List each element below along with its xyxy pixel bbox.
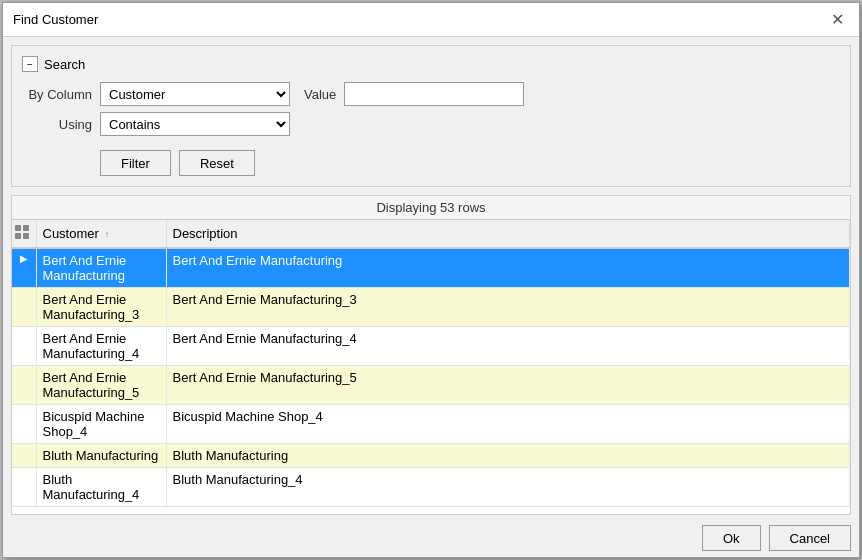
by-column-label: By Column (22, 87, 92, 102)
customer-cell: Bert And Ernie Manufacturing_5 (36, 366, 166, 405)
table-row[interactable]: Bluth ManufacturingBluth Manufacturing (12, 444, 850, 468)
row-arrow-cell (12, 444, 36, 468)
table-row[interactable]: Bert And Ernie Manufacturing_5Bert And E… (12, 366, 850, 405)
row-arrow-cell (12, 405, 36, 444)
dialog-footer: Ok Cancel (3, 519, 859, 557)
row-arrow-cell: ▶ (12, 248, 36, 288)
customer-col-label: Customer (43, 226, 99, 241)
description-cell: Bert And Ernie Manufacturing_4 (166, 327, 850, 366)
col-header-description[interactable]: Description (166, 220, 850, 248)
description-cell: Bert And Ernie Manufacturing (166, 248, 850, 288)
table-row[interactable]: Bert And Ernie Manufacturing_3Bert And E… (12, 288, 850, 327)
table-container[interactable]: Customer ↑ Description ▶Bert And Ernie M… (12, 220, 850, 514)
ok-button[interactable]: Ok (702, 525, 761, 551)
row-arrow-cell (12, 288, 36, 327)
customer-cell: Bert And Ernie Manufacturing_4 (36, 327, 166, 366)
value-input[interactable] (344, 82, 524, 106)
table-row[interactable]: ▶Bert And Ernie ManufacturingBert And Er… (12, 248, 850, 288)
description-cell: Bluth Manufacturing_4 (166, 468, 850, 507)
table-row[interactable]: Bert And Ernie Manufacturing_4Bert And E… (12, 327, 850, 366)
svg-rect-2 (15, 233, 21, 239)
search-fields: By Column Customer Description ID Value … (22, 82, 840, 176)
table-row[interactable]: Bicuspid Machine Shop_4Bicuspid Machine … (12, 405, 850, 444)
collapse-button[interactable]: − (22, 56, 38, 72)
filter-button-row: Filter Reset (100, 150, 840, 176)
customer-cell: Bert And Ernie Manufacturing (36, 248, 166, 288)
title-bar: Find Customer ✕ (3, 3, 859, 37)
description-cell: Bert And Ernie Manufacturing_3 (166, 288, 850, 327)
reset-button[interactable]: Reset (179, 150, 255, 176)
row-arrow-cell (12, 366, 36, 405)
search-header: − Search (22, 56, 840, 72)
customer-cell: Bert And Ernie Manufacturing_3 (36, 288, 166, 327)
by-column-row: By Column Customer Description ID Value (22, 82, 840, 106)
description-cell: Bert And Ernie Manufacturing_5 (166, 366, 850, 405)
search-section: − Search By Column Customer Description … (11, 45, 851, 187)
table-header-row: Customer ↑ Description (12, 220, 850, 248)
table-row[interactable]: Bluth Manufacturing_4Bluth Manufacturing… (12, 468, 850, 507)
description-col-label: Description (173, 226, 238, 241)
row-arrow-cell (12, 327, 36, 366)
using-label: Using (22, 117, 92, 132)
svg-rect-1 (23, 225, 29, 231)
customer-cell: Bluth Manufacturing_4 (36, 468, 166, 507)
dialog-title: Find Customer (13, 12, 98, 27)
using-select[interactable]: Contains Starts With Equals (100, 112, 290, 136)
customer-cell: Bluth Manufacturing (36, 444, 166, 468)
svg-rect-0 (15, 225, 21, 231)
sort-arrow-icon: ↑ (104, 229, 109, 240)
search-label: Search (44, 57, 85, 72)
results-section: Displaying 53 rows (11, 195, 851, 515)
customer-cell: Bicuspid Machine Shop_4 (36, 405, 166, 444)
by-column-select[interactable]: Customer Description ID (100, 82, 290, 106)
results-table: Customer ↑ Description ▶Bert And Ernie M… (12, 220, 850, 507)
row-arrow-cell (12, 468, 36, 507)
description-cell: Bluth Manufacturing (166, 444, 850, 468)
using-row: Using Contains Starts With Equals (22, 112, 840, 136)
close-button[interactable]: ✕ (825, 8, 849, 32)
result-status: Displaying 53 rows (12, 196, 850, 220)
col-header-customer[interactable]: Customer ↑ (36, 220, 166, 248)
svg-rect-3 (23, 233, 29, 239)
cancel-button[interactable]: Cancel (769, 525, 851, 551)
filter-button[interactable]: Filter (100, 150, 171, 176)
col-header-icon (12, 220, 36, 248)
value-label: Value (304, 87, 336, 102)
find-customer-dialog: Find Customer ✕ − Search By Column Custo… (2, 2, 860, 558)
description-cell: Bicuspid Machine Shop_4 (166, 405, 850, 444)
